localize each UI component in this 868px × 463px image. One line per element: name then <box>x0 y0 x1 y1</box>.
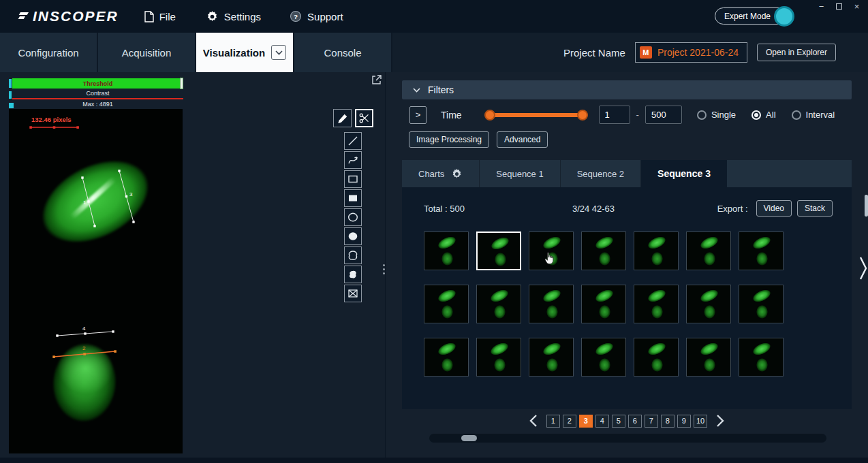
time-to-input[interactable] <box>645 106 682 124</box>
page-button[interactable]: 1 <box>546 415 560 428</box>
topbar: INSCOPER File Settings ? Support Expert … <box>0 0 868 33</box>
horizontal-scrollbar[interactable] <box>429 434 826 443</box>
menu-settings[interactable]: Settings <box>206 10 261 23</box>
tab-visualization[interactable]: Visualization <box>196 33 294 72</box>
panel-resize-grip[interactable] <box>383 264 385 274</box>
radio-single[interactable]: Single <box>697 110 736 120</box>
tab-sequence-3[interactable]: Sequence 3 <box>641 160 727 187</box>
tab-configuration[interactable]: Configuration <box>0 33 98 72</box>
menu-file[interactable]: File <box>144 11 176 22</box>
thumbnail[interactable] <box>634 338 679 377</box>
delete-roi-tool[interactable] <box>344 285 362 302</box>
page-button[interactable]: 8 <box>661 415 675 428</box>
thumbnail[interactable] <box>581 338 626 377</box>
thumbnail[interactable] <box>739 285 784 323</box>
expand-viewer-button[interactable] <box>370 73 384 86</box>
thumbnail[interactable] <box>634 232 679 270</box>
thumbnail[interactable] <box>424 338 469 377</box>
page-button[interactable]: 2 <box>563 415 576 428</box>
thumbnail[interactable] <box>581 232 626 270</box>
thumbnail[interactable] <box>686 285 731 323</box>
ellipse-tool[interactable] <box>344 208 362 226</box>
cell-image-bottom <box>651 252 663 266</box>
roi-toolbar <box>344 132 362 302</box>
polygon-tool[interactable] <box>344 246 362 264</box>
page-button[interactable]: 7 <box>645 415 658 428</box>
filled-rectangle-tool[interactable] <box>344 189 362 207</box>
time-from-input[interactable] <box>599 106 630 124</box>
threshold-handle[interactable] <box>180 78 183 89</box>
thumbnail[interactable] <box>476 285 521 323</box>
project-selector[interactable]: M Project 2021-06-24 <box>635 42 747 63</box>
scrollbar-thumb[interactable] <box>461 435 477 441</box>
maximize-button[interactable] <box>833 1 845 12</box>
page-button[interactable]: 5 <box>612 415 625 428</box>
histogram[interactable]: Threshold Contrast Max : 4891 <box>9 78 183 108</box>
thumbnail[interactable] <box>424 232 469 270</box>
pagination-pages: 12345678910 <box>546 415 707 428</box>
next-page-button[interactable] <box>713 413 727 429</box>
pencil-tool[interactable] <box>333 109 352 127</box>
radio-label: All <box>766 110 775 120</box>
cell-image-bottom <box>756 358 768 372</box>
cell-image-bottom <box>495 253 506 266</box>
thumbnail[interactable] <box>424 285 469 323</box>
rectangle-tool[interactable] <box>344 170 362 188</box>
advanced-button[interactable]: Advanced <box>497 131 548 148</box>
close-button[interactable]: × <box>851 1 863 12</box>
slider-handle-right[interactable] <box>577 110 588 121</box>
export-stack-button[interactable]: Stack <box>797 200 833 217</box>
expert-mode-toggle[interactable]: Expert Mode <box>715 7 792 25</box>
thumbnail[interactable] <box>476 338 521 377</box>
toggle-knob-icon[interactable] <box>774 6 794 27</box>
expand-filter-button[interactable]: > <box>409 106 427 124</box>
window-controls: − × <box>816 1 863 12</box>
vertical-scrollbar-thumb[interactable] <box>865 195 868 217</box>
menu-support[interactable]: ? Support <box>290 10 343 22</box>
export-video-button[interactable]: Video <box>756 200 792 217</box>
radio-all[interactable]: All <box>751 110 775 120</box>
freehand-tool[interactable] <box>344 266 362 283</box>
tab-acquisition[interactable]: Acquisition <box>98 33 196 72</box>
slider-range[interactable] <box>489 113 584 117</box>
page-button[interactable]: 10 <box>694 415 707 428</box>
cell-image-bottom <box>441 358 453 372</box>
tab-charts[interactable]: Charts <box>402 160 480 187</box>
filters-header[interactable]: Filters <box>402 80 852 99</box>
tab-console[interactable]: Console <box>294 33 392 72</box>
filled-ellipse-tool[interactable] <box>344 227 362 245</box>
scissors-tool[interactable] <box>355 109 373 127</box>
threshold-bar[interactable]: Threshold <box>12 78 183 89</box>
thumbnail[interactable] <box>634 285 679 323</box>
thumbnail[interactable] <box>581 285 626 323</box>
image-processing-button[interactable]: Image Processing <box>409 131 489 148</box>
page-button[interactable]: 4 <box>595 415 609 428</box>
thumbnail[interactable] <box>686 232 731 270</box>
tab-sequence-2[interactable]: Sequence 2 <box>561 160 641 187</box>
tab-label: Console <box>324 47 361 59</box>
page-button[interactable]: 3 <box>579 415 593 428</box>
minimize-button[interactable]: − <box>816 1 827 12</box>
slider-handle-left[interactable] <box>484 110 495 121</box>
curve-tool[interactable] <box>344 151 362 169</box>
tab-sequence-1[interactable]: Sequence 1 <box>480 160 560 187</box>
prev-page-button[interactable] <box>527 413 540 429</box>
cell-image-bottom <box>546 358 558 372</box>
thumbnail[interactable] <box>529 232 574 270</box>
time-range-slider[interactable] <box>484 110 588 121</box>
open-in-explorer-button[interactable]: Open in Explorer <box>757 44 836 61</box>
page-button[interactable]: 9 <box>677 415 691 428</box>
collapse-panel-button[interactable] <box>859 256 867 281</box>
thumbnail[interactable] <box>739 232 784 270</box>
thumbnail[interactable] <box>529 285 574 323</box>
line-tool[interactable] <box>344 132 362 150</box>
thumbnail[interactable] <box>739 338 784 377</box>
radio-interval[interactable]: Interval <box>792 110 835 120</box>
visualization-dropdown[interactable] <box>271 45 286 60</box>
thumbnail[interactable] <box>529 338 574 377</box>
page-button[interactable]: 6 <box>628 415 642 428</box>
gear-icon[interactable] <box>451 168 463 180</box>
thumbnail[interactable] <box>686 338 731 377</box>
microscopy-image[interactable]: 132.46 pixels 1 3 4 2 <box>9 109 183 453</box>
thumbnail[interactable] <box>476 232 521 270</box>
